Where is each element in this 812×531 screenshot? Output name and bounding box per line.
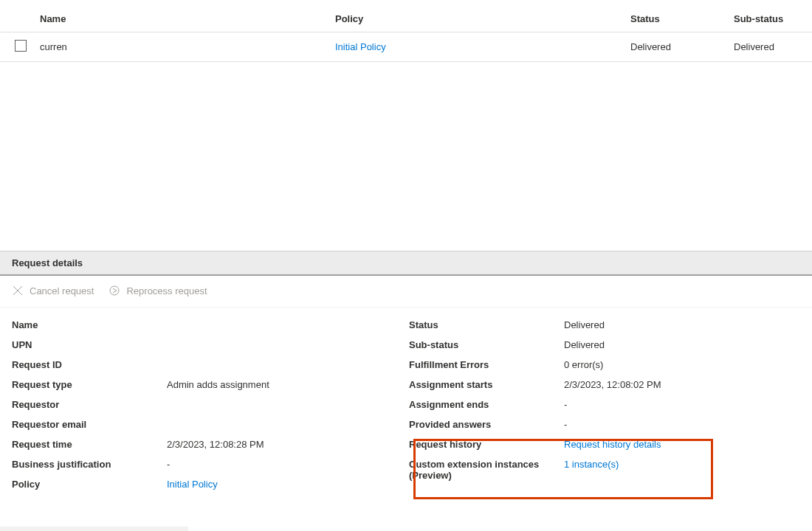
request-details-header: Request details bbox=[0, 251, 812, 276]
table-row[interactable]: curren Initial Policy Delivered Delivere… bbox=[0, 32, 812, 62]
detail-label-history: Request history bbox=[409, 439, 564, 450]
column-header-status[interactable]: Status bbox=[630, 6, 734, 32]
row-status-cell: Delivered bbox=[630, 32, 734, 62]
requests-table-region: Name Policy Status Sub-status curren Ini… bbox=[0, 0, 812, 62]
detail-row-ends: Assignment ends - bbox=[409, 395, 800, 414]
detail-row-fulfillment: Fulfillment Errors 0 error(s) bbox=[409, 355, 800, 375]
detail-value-custom-ext: 1 instance(s) bbox=[564, 459, 619, 470]
detail-row-custom-ext: Custom extension instances (Preview) 1 i… bbox=[409, 454, 800, 485]
row-policy-link[interactable]: Initial Policy bbox=[335, 41, 386, 52]
details-right-column: Status Delivered Sub-status Delivered Fu… bbox=[409, 315, 800, 494]
cancel-request-label: Cancel request bbox=[30, 285, 94, 296]
detail-row-starts: Assignment starts 2/3/2023, 12:08:02 PM bbox=[409, 375, 800, 395]
detail-label-request-time: Request time bbox=[12, 439, 167, 450]
column-header-substatus[interactable]: Sub-status bbox=[734, 6, 812, 32]
detail-label-upn: UPN bbox=[12, 339, 167, 350]
table-header-row: Name Policy Status Sub-status bbox=[0, 6, 812, 32]
column-header-policy[interactable]: Policy bbox=[335, 6, 630, 32]
detail-value-fulfillment: 0 error(s) bbox=[564, 359, 603, 370]
detail-row-upn: UPN bbox=[12, 335, 403, 355]
row-substatus-cell: Delivered bbox=[734, 32, 812, 62]
detail-row-requestor: Requestor bbox=[12, 395, 403, 414]
column-header-checkbox bbox=[0, 6, 40, 32]
detail-value-starts: 2/3/2023, 12:08:02 PM bbox=[564, 379, 661, 390]
detail-row-name: Name bbox=[12, 315, 403, 335]
row-checkbox-cell bbox=[0, 32, 40, 62]
detail-row-substatus: Sub-status Delivered bbox=[409, 335, 800, 355]
detail-label-biz-just: Business justification bbox=[12, 459, 167, 470]
request-details-panel: Request details Cancel request Reprocess… bbox=[0, 251, 812, 531]
detail-label-status: Status bbox=[409, 319, 564, 330]
detail-row-request-id: Request ID bbox=[12, 355, 403, 375]
detail-label-substatus: Sub-status bbox=[409, 339, 564, 350]
cancel-request-button[interactable]: Cancel request bbox=[12, 285, 94, 296]
detail-value-policy: Initial Policy bbox=[167, 479, 218, 490]
detail-row-status: Status Delivered bbox=[409, 315, 800, 335]
details-body: Name UPN Request ID Request type Admin a… bbox=[0, 308, 812, 506]
reprocess-icon bbox=[109, 285, 120, 296]
column-header-name[interactable]: Name bbox=[40, 6, 335, 32]
detail-value-answers: - bbox=[564, 419, 567, 430]
detail-row-answers: Provided answers - bbox=[409, 414, 800, 434]
detail-label-starts: Assignment starts bbox=[409, 379, 564, 390]
detail-row-requestor-email: Requestor email bbox=[12, 414, 403, 434]
detail-row-policy: Policy Initial Policy bbox=[12, 474, 403, 494]
custom-ext-instances-link[interactable]: 1 instance(s) bbox=[564, 459, 619, 470]
detail-row-request-time: Request time 2/3/2023, 12:08:28 PM bbox=[12, 434, 403, 454]
detail-label-ends: Assignment ends bbox=[409, 399, 564, 410]
detail-label-requestor: Requestor bbox=[12, 399, 167, 410]
detail-policy-link[interactable]: Initial Policy bbox=[167, 479, 218, 490]
row-policy-cell: Initial Policy bbox=[335, 32, 630, 62]
detail-label-request-id: Request ID bbox=[12, 359, 167, 370]
detail-value-biz-just: - bbox=[167, 459, 170, 470]
detail-value-substatus: Delivered bbox=[564, 339, 605, 350]
row-checkbox[interactable] bbox=[15, 40, 27, 52]
row-name-cell: curren bbox=[40, 32, 335, 62]
requests-table: Name Policy Status Sub-status curren Ini… bbox=[0, 6, 812, 62]
detail-value-ends: - bbox=[564, 399, 567, 410]
detail-value-request-type: Admin adds assignment bbox=[167, 379, 269, 390]
command-bar: Cancel request Reprocess request bbox=[0, 276, 812, 308]
footer-shadow bbox=[0, 527, 188, 531]
detail-label-custom-ext: Custom extension instances (Preview) bbox=[409, 459, 564, 481]
detail-value-status: Delivered bbox=[564, 319, 605, 330]
detail-label-fulfillment: Fulfillment Errors bbox=[409, 359, 564, 370]
close-icon bbox=[12, 285, 24, 296]
detail-label-answers: Provided answers bbox=[409, 419, 564, 430]
detail-row-history: Request history Request history details bbox=[409, 434, 800, 454]
detail-label-request-type: Request type bbox=[12, 379, 167, 390]
details-left-column: Name UPN Request ID Request type Admin a… bbox=[12, 315, 403, 494]
detail-row-request-type: Request type Admin adds assignment bbox=[12, 375, 403, 395]
detail-label-requestor-email: Requestor email bbox=[12, 419, 167, 430]
detail-label-policy: Policy bbox=[12, 479, 167, 490]
reprocess-request-button[interactable]: Reprocess request bbox=[109, 285, 207, 296]
reprocess-request-label: Reprocess request bbox=[126, 285, 207, 296]
detail-value-history: Request history details bbox=[564, 439, 661, 450]
svg-point-2 bbox=[110, 286, 119, 295]
detail-label-name: Name bbox=[12, 319, 167, 330]
detail-value-request-time: 2/3/2023, 12:08:28 PM bbox=[167, 439, 264, 450]
request-history-details-link[interactable]: Request history details bbox=[564, 439, 661, 450]
detail-row-biz-just: Business justification - bbox=[12, 454, 403, 474]
